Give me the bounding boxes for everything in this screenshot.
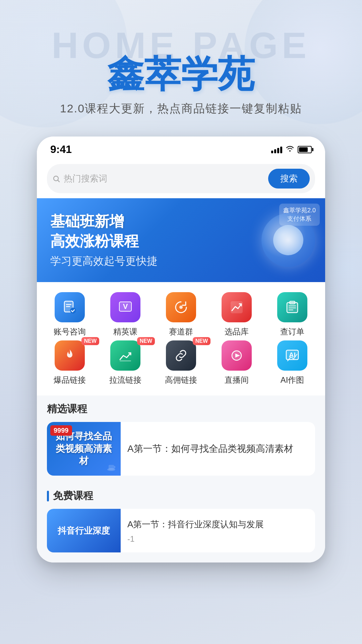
signal-bar-4 (280, 147, 282, 153)
track-icon-wrap (166, 292, 196, 322)
menu-item-orders[interactable]: 查订单 (266, 292, 318, 337)
ai-icon-wrap: AI (277, 340, 307, 371)
menu-item-account[interactable]: 账号咨询 (44, 292, 96, 337)
menu-label-high-commission: 高佣链接 (165, 375, 197, 385)
menu-grid-container: 账号咨询 V 精英课 (37, 282, 325, 395)
header-section: HOME PAGE 鑫萃学苑 12.0课程大更新，热点商品链接一键复制粘贴 (0, 0, 362, 116)
link-icon (173, 347, 189, 364)
thumb-decoration (105, 460, 118, 473)
free-info-1: A第一节：抖音行业深度认知与发展 -1 (121, 509, 315, 552)
status-icons (271, 145, 312, 154)
signal-bar-3 (277, 148, 279, 153)
phone-mockup: 9:41 (37, 137, 325, 562)
signal-icon (271, 146, 282, 153)
menu-label-ai: AI作图 (281, 375, 304, 385)
orders-icon-wrap (277, 292, 307, 322)
trend-icon (117, 347, 133, 364)
menu-item-track[interactable]: 赛道群 (155, 292, 207, 337)
account-icon-wrap (55, 292, 85, 322)
search-icon (52, 175, 60, 183)
menu-label-selection: 选品库 (225, 326, 249, 337)
refresh-icon (173, 299, 189, 315)
menu-label-live: 直播间 (225, 375, 249, 385)
new-badge-commission: NEW (193, 337, 210, 345)
new-badge-hot: NEW (81, 337, 99, 345)
svg-rect-12 (290, 301, 295, 304)
course-info-title-1: A第一节：如何寻找全品类视频高清素材 (127, 442, 293, 456)
menu-item-elite[interactable]: V 精英课 (99, 292, 152, 337)
menu-item-ai[interactable]: AI AI作图 (266, 340, 318, 385)
status-time: 9:41 (50, 143, 72, 156)
menu-label-pull-link: 拉流链接 (109, 375, 141, 385)
course-thumbnail-1: 9999 如何寻找全品类视频高清素材 (47, 422, 121, 476)
menu-label-track: 赛道群 (169, 326, 193, 337)
clipboard-icon (284, 299, 300, 315)
svg-line-1 (58, 180, 60, 182)
banner-orb-inner (273, 225, 303, 255)
high-commission-icon-wrap (166, 340, 196, 371)
signal-bar-2 (274, 149, 276, 153)
banner: 鑫萃学苑2.0 支付体系 基础班新增 高效涨粉课程 学习更高效起号更快捷 (37, 198, 325, 282)
search-placeholder: 热门搜索词 (64, 173, 265, 184)
wifi-icon (286, 145, 294, 154)
svg-rect-22 (109, 465, 114, 470)
free-thumb-1: 抖音行业深度 (47, 509, 121, 552)
free-info-count-1: -1 (127, 534, 308, 544)
banner-orb (261, 213, 315, 267)
free-section-title-wrap: 免费课程 (47, 489, 315, 503)
battery-fill (299, 147, 308, 152)
free-courses-section: 免费课程 抖音行业深度 A第一节：抖音行业深度认知与发展 -1 (37, 482, 325, 562)
hot-link-icon-wrap (55, 340, 85, 371)
fire-icon (62, 347, 78, 364)
menu-item-pull-link[interactable]: NEW 拉流链接 (99, 340, 152, 385)
battery-icon (298, 146, 312, 153)
featured-section-title: 精选课程 (47, 402, 315, 416)
status-bar: 9:41 (37, 137, 325, 159)
menu-item-high-commission[interactable]: NEW 高佣链接 (155, 340, 207, 385)
menu-item-selection[interactable]: 选品库 (210, 292, 263, 337)
course-thumb-badge-1: 9999 (50, 425, 72, 436)
signal-bar-1 (271, 151, 273, 153)
menu-label-account: 账号咨询 (54, 326, 86, 337)
free-course-card-1[interactable]: 抖音行业深度 A第一节：抖音行业深度认知与发展 -1 (47, 509, 315, 552)
svg-point-9 (179, 306, 183, 309)
menu-item-live[interactable]: 直播间 (210, 340, 263, 385)
search-bar-container: 热门搜索词 搜索 (37, 159, 325, 198)
new-badge-pull: NEW (137, 337, 155, 345)
selection-icon-wrap (222, 292, 252, 322)
ai-icon: AI (284, 347, 300, 364)
free-info-title-1: A第一节：抖音行业深度认知与发展 (127, 518, 308, 531)
accent-bar (47, 491, 49, 501)
search-bar[interactable]: 热门搜索词 搜索 (47, 164, 315, 193)
free-section-title: 免费课程 (53, 489, 93, 503)
search-button[interactable]: 搜索 (268, 169, 310, 189)
live-icon (229, 347, 245, 364)
elite-icon-wrap: V (110, 292, 140, 322)
subtitle: 12.0课程大更新，热点商品链接一键复制粘贴 (0, 101, 362, 116)
svg-point-6 (70, 308, 76, 314)
live-icon-wrap (222, 340, 252, 371)
course-info-1: A第一节：如何寻找全品类视频高清素材 (121, 422, 315, 476)
course-card-1[interactable]: 9999 如何寻找全品类视频高清素材 A第一节：如何寻找全品类视频高清素材 (47, 422, 315, 476)
chart-up-icon (229, 299, 245, 315)
document-check-icon (62, 299, 78, 315)
menu-grid: 账号咨询 V 精英课 (44, 292, 318, 385)
featured-courses-section: 精选课程 9999 如何寻找全品类视频高清素材 A第一节：如何寻 (37, 395, 325, 482)
menu-item-hot-link[interactable]: NEW 爆品链接 (44, 340, 96, 385)
menu-label-orders: 查订单 (280, 326, 304, 337)
menu-label-hot-link: 爆品链接 (54, 375, 86, 385)
phone-mockup-wrapper: 9:41 (0, 137, 362, 562)
menu-label-elite: 精英课 (113, 326, 137, 337)
video-v-icon: V (117, 299, 133, 315)
pull-link-icon-wrap (110, 340, 140, 371)
free-thumb-title-1: 抖音行业深度 (58, 525, 110, 537)
svg-text:V: V (123, 302, 128, 311)
